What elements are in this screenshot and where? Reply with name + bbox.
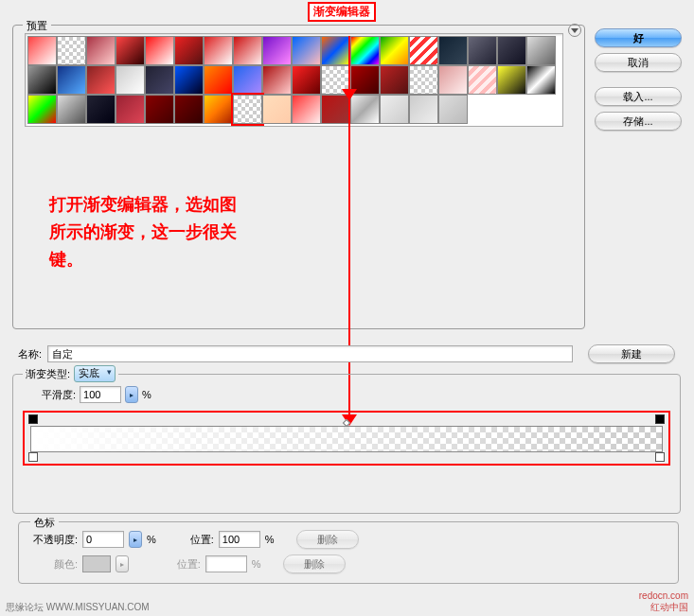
ok-button[interactable]: 好	[595, 28, 682, 47]
gradient-type-panel: 渐变类型: 实底 平滑度: ▸ %	[12, 374, 681, 514]
preset-swatch[interactable]	[86, 95, 116, 124]
preset-swatch[interactable]	[174, 36, 204, 65]
preset-swatch[interactable]	[27, 36, 57, 65]
preset-swatch[interactable]	[57, 95, 86, 124]
preset-swatch[interactable]	[380, 36, 409, 65]
location-label-2: 位置:	[172, 557, 201, 572]
preset-swatch[interactable]	[321, 36, 350, 65]
preset-swatch[interactable]	[292, 65, 321, 95]
presets-flyout-icon[interactable]	[568, 24, 581, 37]
location-input-2	[205, 555, 247, 572]
preset-swatch[interactable]	[409, 95, 438, 124]
color-spinner: ▸	[116, 555, 129, 572]
preset-swatch[interactable]	[86, 65, 116, 95]
preset-swatch[interactable]	[145, 65, 174, 95]
stops-label: 色标	[30, 516, 59, 530]
opacity-label: 不透明度:	[25, 533, 78, 547]
preset-swatch[interactable]	[262, 65, 292, 95]
preset-swatch[interactable]	[262, 95, 292, 124]
preset-swatch[interactable]	[27, 95, 57, 124]
preset-swatch[interactable]	[526, 65, 556, 95]
gradient-type-label: 渐变类型:	[26, 367, 70, 381]
smoothness-spinner[interactable]: ▸	[125, 386, 138, 403]
cancel-button[interactable]: 取消	[595, 53, 682, 72]
footer-credit-right: redocn.com 红动中国	[639, 590, 688, 612]
gradient-ramp-editor	[23, 411, 670, 466]
preset-swatch[interactable]	[350, 36, 380, 65]
smoothness-label: 平滑度:	[42, 388, 76, 402]
preset-swatch[interactable]	[438, 65, 468, 95]
preset-swatch[interactable]	[380, 95, 409, 124]
dialog-buttons: 好 取消 载入... 存储...	[595, 28, 682, 131]
preset-swatch[interactable]	[497, 36, 526, 65]
preset-swatch[interactable]	[145, 95, 174, 124]
preset-swatch[interactable]	[438, 36, 468, 65]
save-button[interactable]: 存储...	[595, 112, 682, 131]
preset-swatch[interactable]	[292, 36, 321, 65]
preset-swatch[interactable]	[145, 36, 174, 65]
preset-swatch[interactable]	[233, 65, 262, 95]
delete-opacity-stop-button[interactable]: 删除	[296, 530, 359, 549]
preset-swatch[interactable]	[409, 65, 438, 95]
new-button[interactable]: 新建	[588, 344, 675, 363]
opacity-input[interactable]	[82, 531, 124, 548]
gradient-editor-dialog: 预置 打开渐变编辑器，选如图所示的渐变，这一步很关键。 好 取消 载入... 存…	[5, 19, 689, 597]
footer-credit-left: 思缘论坛 WWW.MISSYUAN.COM	[6, 601, 150, 614]
location-label: 位置:	[186, 533, 214, 547]
preset-swatch[interactable]	[438, 95, 468, 124]
presets-panel: 预置 打开渐变编辑器，选如图所示的渐变，这一步很关键。	[12, 25, 585, 329]
preset-swatch[interactable]	[204, 95, 233, 124]
preset-swatch[interactable]	[526, 36, 556, 65]
opacity-spinner[interactable]: ▸	[129, 531, 142, 548]
color-stop-right[interactable]	[655, 452, 665, 462]
preset-swatch[interactable]	[468, 65, 497, 95]
opacity-stop-right[interactable]	[655, 414, 665, 424]
preset-swatch[interactable]	[116, 65, 145, 95]
preset-swatch[interactable]	[204, 36, 233, 65]
preset-swatch[interactable]	[233, 36, 262, 65]
preset-swatch[interactable]	[409, 36, 438, 65]
preset-swatch[interactable]	[116, 36, 145, 65]
annotation-arrow	[348, 55, 350, 419]
opacity-stop-left[interactable]	[28, 414, 38, 424]
smoothness-input[interactable]	[80, 386, 121, 403]
delete-color-stop-button[interactable]: 删除	[283, 554, 346, 573]
preset-swatch[interactable]	[27, 65, 57, 95]
preset-swatch[interactable]	[204, 65, 233, 95]
preset-swatch[interactable]	[174, 95, 204, 124]
location-input[interactable]	[219, 531, 260, 548]
percent-label: %	[142, 389, 151, 400]
preset-swatch[interactable]	[57, 36, 86, 65]
load-button[interactable]: 载入...	[595, 87, 682, 106]
preset-swatch[interactable]	[380, 65, 409, 95]
preset-swatch[interactable]	[174, 65, 204, 95]
preset-swatch[interactable]	[468, 36, 497, 65]
gradient-bar[interactable]	[30, 426, 663, 452]
preset-swatch[interactable]	[292, 95, 321, 124]
name-input[interactable]	[47, 345, 573, 362]
color-label: 颜色:	[25, 557, 78, 572]
preset-swatch-grid	[25, 33, 563, 127]
name-label: 名称:	[18, 347, 42, 361]
preset-swatch[interactable]	[497, 65, 526, 95]
gradient-type-select[interactable]: 实底	[74, 365, 116, 382]
presets-label: 预置	[23, 19, 51, 33]
preset-swatch[interactable]	[262, 36, 292, 65]
stops-panel: 色标 不透明度: ▸ % 位置: % 删除 颜色: ▸ % 位置: % 删除	[18, 521, 679, 584]
preset-swatch[interactable]	[86, 36, 116, 65]
name-row: 名称: 新建	[18, 344, 682, 363]
preset-swatch[interactable]	[57, 65, 86, 95]
color-well[interactable]	[82, 555, 111, 572]
preset-swatch[interactable]	[116, 95, 145, 124]
color-stop-left[interactable]	[28, 452, 38, 462]
preset-swatch[interactable]	[233, 95, 262, 124]
annotation-text: 打开渐变编辑器，选如图所示的渐变，这一步很关键。	[49, 191, 237, 273]
